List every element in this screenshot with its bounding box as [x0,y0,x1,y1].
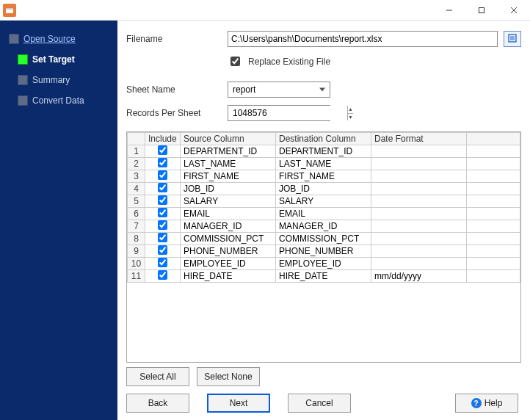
cell-source-column[interactable]: PHONE_NUMBER [181,245,276,258]
cell-date-format[interactable] [371,183,467,195]
cell-source-column[interactable]: SALARY [181,195,276,208]
cell-include[interactable] [145,170,181,183]
table-row[interactable]: 8COMMISSION_PCTCOMMISSION_PCT [128,233,520,245]
cell-date-format[interactable] [371,170,467,183]
cell-include[interactable] [145,233,181,245]
cell-source-column[interactable]: EMPLOYEE_ID [181,258,276,270]
nav-item-open-source[interactable]: Open Source [4,32,113,46]
include-checkbox[interactable] [158,158,167,167]
cell-source-column[interactable]: EMAIL [181,208,276,220]
include-checkbox[interactable] [158,220,167,230]
table-row[interactable]: 11HIRE_DATEHIRE_DATEmm/dd/yyyy [128,270,520,283]
include-checkbox[interactable] [158,208,167,217]
nav-item-convert-data[interactable]: Convert Data [4,94,113,107]
replace-existing-checkbox[interactable] [230,57,240,66]
cell-date-format[interactable] [371,195,467,208]
include-checkbox[interactable] [158,170,167,180]
browse-button[interactable] [504,31,521,47]
cell-include[interactable] [145,158,181,170]
records-per-sheet-input[interactable] [228,106,347,120]
cancel-button[interactable]: Cancel [288,394,351,413]
nav-item-summary[interactable]: Summary [4,73,113,87]
cell-destination-column[interactable]: FIRST_NAME [276,170,371,183]
cell-source-column[interactable]: MANAGER_ID [181,220,276,233]
records-per-sheet-spinner[interactable]: ▲ ▼ [228,105,330,121]
cell-date-format[interactable] [371,245,467,258]
include-checkbox[interactable] [158,145,167,155]
spinner-down-icon[interactable]: ▼ [348,114,353,121]
close-button[interactable] [498,0,530,21]
row-number[interactable]: 3 [128,170,145,183]
table-row[interactable]: 9PHONE_NUMBERPHONE_NUMBER [128,245,520,258]
back-button[interactable]: Back [126,394,189,413]
row-number[interactable]: 5 [128,195,145,208]
cell-include[interactable] [145,220,181,233]
cell-destination-column[interactable]: PHONE_NUMBER [276,245,371,258]
cell-destination-column[interactable]: JOB_ID [276,183,371,195]
table-row[interactable]: 4JOB_IDJOB_ID [128,183,520,195]
select-all-button[interactable]: Select All [126,367,189,386]
row-number[interactable]: 8 [128,233,145,245]
cell-date-format[interactable] [371,208,467,220]
cell-include[interactable] [145,208,181,220]
cell-source-column[interactable]: COMMISSION_PCT [181,233,276,245]
cell-include[interactable] [145,245,181,258]
cell-date-format[interactable]: mm/dd/yyyy [371,270,467,283]
sheet-name-select[interactable]: report [228,82,330,98]
include-checkbox[interactable] [158,195,167,205]
nav-item-set-target[interactable]: Set Target [4,53,113,66]
cell-include[interactable] [145,258,181,270]
col-header-include[interactable]: Include [145,133,181,145]
cell-destination-column[interactable]: DEPARTMENT_ID [276,145,371,158]
table-row[interactable]: 7MANAGER_IDMANAGER_ID [128,220,520,233]
help-button[interactable]: ? Help [455,394,518,413]
table-row[interactable]: 6EMAILEMAIL [128,208,520,220]
col-header-source[interactable]: Source Column [181,133,276,145]
cell-source-column[interactable]: HIRE_DATE [181,270,276,283]
cell-include[interactable] [145,270,181,283]
row-number[interactable]: 11 [128,270,145,283]
filename-input[interactable] [228,31,498,47]
cell-destination-column[interactable]: EMAIL [276,208,371,220]
col-header-format[interactable]: Date Format [371,133,467,145]
spinner-up-icon[interactable]: ▲ [348,106,353,114]
cell-date-format[interactable] [371,220,467,233]
cell-destination-column[interactable]: HIRE_DATE [276,270,371,283]
row-number[interactable]: 7 [128,220,145,233]
include-checkbox[interactable] [158,245,167,255]
row-number[interactable]: 9 [128,245,145,258]
include-checkbox[interactable] [158,233,167,242]
table-row[interactable]: 5SALARYSALARY [128,195,520,208]
cell-source-column[interactable]: JOB_ID [181,183,276,195]
columns-grid[interactable]: Include Source Column Destination Column… [126,131,521,363]
cell-date-format[interactable] [371,233,467,245]
select-none-button[interactable]: Select None [197,367,260,386]
include-checkbox[interactable] [158,270,167,280]
cell-destination-column[interactable]: LAST_NAME [276,158,371,170]
table-row[interactable]: 2LAST_NAMELAST_NAME [128,158,520,170]
cell-include[interactable] [145,145,181,158]
row-number[interactable]: 2 [128,158,145,170]
include-checkbox[interactable] [158,258,167,267]
cell-destination-column[interactable]: SALARY [276,195,371,208]
cell-date-format[interactable] [371,258,467,270]
row-number[interactable]: 1 [128,145,145,158]
table-row[interactable]: 1DEPARTMENT_IDDEPARTMENT_ID [128,145,520,158]
row-number[interactable]: 10 [128,258,145,270]
cell-destination-column[interactable]: MANAGER_ID [276,220,371,233]
cell-source-column[interactable]: DEPARTMENT_ID [181,145,276,158]
cell-source-column[interactable]: LAST_NAME [181,158,276,170]
table-row[interactable]: 10EMPLOYEE_IDEMPLOYEE_ID [128,258,520,270]
next-button[interactable]: Next [207,394,270,413]
row-number[interactable]: 6 [128,208,145,220]
cell-date-format[interactable] [371,145,467,158]
include-checkbox[interactable] [158,183,167,192]
maximize-button[interactable] [465,0,498,21]
cell-include[interactable] [145,183,181,195]
cell-include[interactable] [145,195,181,208]
cell-date-format[interactable] [371,158,467,170]
col-header-dest[interactable]: Destination Column [276,133,371,145]
table-row[interactable]: 3FIRST_NAMEFIRST_NAME [128,170,520,183]
minimize-button[interactable] [433,0,465,21]
cell-destination-column[interactable]: EMPLOYEE_ID [276,258,371,270]
